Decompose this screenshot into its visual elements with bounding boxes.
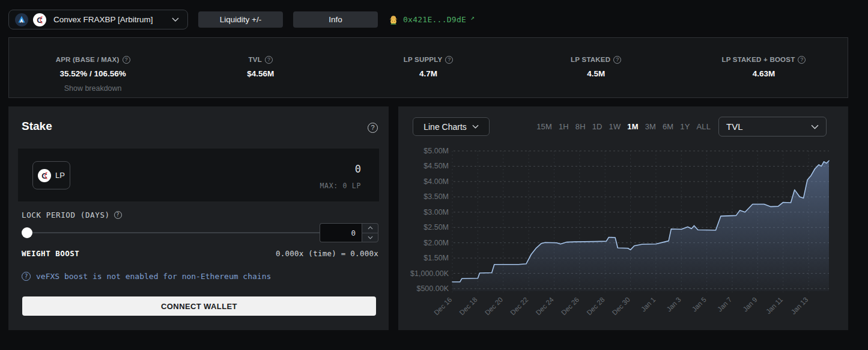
range-button-all[interactable]: ALL (696, 122, 711, 131)
range-button-1w[interactable]: 1W (609, 122, 621, 131)
weight-boost-label: WEIGHT BOOST (22, 249, 79, 258)
range-button-8h[interactable]: 8H (575, 122, 586, 131)
stat-tvl: TVL? $4.56M (177, 38, 344, 97)
help-icon[interactable]: ? (123, 56, 130, 64)
lock-period-slider-track[interactable] (22, 232, 320, 233)
svg-text:Jan 9: Jan 9 (741, 296, 758, 313)
lock-period-stepper (362, 223, 378, 242)
svg-text:$2.00M: $2.00M (423, 239, 449, 247)
weight-boost-row: WEIGHT BOOST 0.000x (time) = 0.000x (22, 249, 378, 258)
svg-text:Dec 26: Dec 26 (560, 296, 580, 316)
farmer-avatar-icon (388, 14, 399, 25)
metric-label: TVL (726, 121, 743, 132)
svg-text:Jan 7: Jan 7 (716, 296, 733, 313)
chevron-down-icon (811, 124, 819, 129)
top-bar: C Convex FRAXBP [Arbitrum] Liquidity +/-… (8, 10, 475, 29)
stake-help-icon[interactable]: ? (368, 123, 378, 133)
token-selector-button[interactable]: C LP (32, 161, 70, 189)
chart-type-label: Line Charts (423, 122, 467, 132)
stake-amount-input[interactable] (229, 163, 361, 175)
svg-text:Dec 18: Dec 18 (458, 296, 479, 316)
lock-period-label: LOCK PERIOD (DAYS) ? (22, 210, 122, 220)
svg-text:$2.50M: $2.50M (423, 223, 449, 232)
stat-lp-staked: LP STAKED? 4.5M (512, 38, 680, 97)
svg-text:Jan 5: Jan 5 (691, 296, 708, 313)
show-breakdown-link[interactable]: Show breakdown (9, 84, 177, 93)
stat-lp-supply-label: LP SUPPLY (404, 56, 443, 63)
chevron-down-icon (472, 124, 479, 129)
range-button-15m[interactable]: 15M (536, 122, 552, 131)
help-icon[interactable]: ? (613, 56, 621, 64)
info-button[interactable]: Info (293, 11, 378, 28)
range-button-1d[interactable]: 1D (592, 122, 602, 131)
svg-text:$1.50M: $1.50M (423, 254, 449, 262)
stat-lp-supply: LP SUPPLY? 4.7M (344, 38, 512, 97)
connect-wallet-button[interactable]: CONNECT WALLET (22, 296, 376, 316)
stat-tvl-label: TVL (249, 56, 262, 63)
tvl-line-chart[interactable]: Dec 16Dec 18Dec 20Dec 22Dec 24Dec 26Dec … (398, 143, 848, 330)
arbitrum-icon (15, 13, 28, 26)
svg-text:$4.50M: $4.50M (423, 162, 449, 170)
pool-selector-dropdown[interactable]: C Convex FRAXBP [Arbitrum] (8, 10, 188, 29)
stake-panel-title: Stake (22, 120, 52, 133)
chevron-down-icon (172, 17, 179, 22)
range-button-1y[interactable]: 1Y (680, 122, 690, 131)
svg-text:$3.50M: $3.50M (423, 192, 449, 201)
chevron-up-icon (368, 226, 373, 230)
stat-lp-staked-boost: LP STAKED + BOOST? 4.63M (680, 38, 848, 97)
range-button-1m[interactable]: 1M (627, 122, 638, 131)
svg-text:Dec 20: Dec 20 (484, 296, 504, 316)
convex-lp-icon: C (38, 169, 51, 182)
token-symbol: LP (55, 171, 65, 180)
wallet-address: 0x421E...D9dE (403, 15, 466, 24)
stat-lp-staked-label: LP STAKED (571, 56, 610, 63)
convex-icon: C (33, 13, 46, 26)
chart-panel: Line Charts 15M1H8H1D1W1M3M6M1YALL TVL D… (398, 106, 848, 330)
liquidity-button[interactable]: Liquidity +/- (198, 11, 283, 28)
svg-text:Jan 3: Jan 3 (665, 296, 682, 313)
stat-apr-value: 35.52% / 106.56% (9, 69, 177, 78)
range-button-3m[interactable]: 3M (645, 122, 656, 131)
range-buttons: 15M1H8H1D1W1M3M6M1YALL (536, 117, 711, 137)
metric-dropdown[interactable]: TVL (718, 117, 827, 137)
stepper-up-button[interactable] (362, 223, 378, 233)
chart-type-dropdown[interactable]: Line Charts (413, 117, 490, 136)
lock-period-slider-thumb[interactable] (22, 227, 32, 238)
lock-period-text: LOCK PERIOD (DAYS) (22, 210, 110, 220)
svg-text:Jan 1: Jan 1 (640, 296, 657, 313)
lock-period-help-icon[interactable]: ? (114, 211, 122, 219)
chevron-down-icon (368, 236, 373, 239)
weight-boost-value: 0.000x (time) = 0.000x (276, 249, 378, 258)
stake-panel: Stake ? C LP MAX: 0 LP LOCK PERIOD (DAYS… (8, 106, 389, 330)
svg-text:$3.00M: $3.00M (423, 208, 449, 216)
svg-text:Dec 22: Dec 22 (509, 296, 529, 316)
svg-text:Jan 13: Jan 13 (790, 296, 810, 316)
svg-text:$500.00K: $500.00K (416, 284, 449, 293)
stat-apr-label: APR (BASE / MAX) (56, 56, 120, 63)
max-balance-label[interactable]: MAX: 0 LP (320, 182, 361, 190)
lock-period-input[interactable] (320, 223, 362, 242)
help-icon[interactable]: ? (265, 56, 273, 64)
stat-apr: APR (BASE / MAX)? 35.52% / 106.56% Show … (9, 38, 177, 97)
help-icon[interactable]: ? (445, 56, 453, 64)
svg-text:Dec 16: Dec 16 (432, 296, 453, 316)
svg-text:Dec 28: Dec 28 (585, 296, 605, 316)
stepper-down-button[interactable] (362, 233, 378, 243)
stat-tvl-value: $4.56M (177, 69, 344, 78)
stat-lp-supply-value: 4.7M (344, 69, 512, 78)
svg-text:$1,000.00K: $1,000.00K (410, 269, 449, 278)
stats-bar: APR (BASE / MAX)? 35.52% / 106.56% Show … (8, 37, 848, 98)
stat-lp-staked-boost-value: 4.63M (680, 69, 848, 78)
wallet-address-button[interactable]: 0x421E...D9dE ↗ (388, 14, 475, 25)
vefxs-boost-note: ? veFXS boost is not enabled for non-Eth… (22, 272, 271, 281)
stake-amount-box: C LP MAX: 0 LP (18, 149, 379, 201)
help-icon[interactable]: ? (798, 56, 806, 64)
info-circle-icon: ? (22, 272, 31, 281)
svg-text:Dec 30: Dec 30 (611, 296, 631, 316)
range-button-1h[interactable]: 1H (559, 122, 569, 131)
range-button-6m[interactable]: 6M (663, 122, 673, 131)
svg-text:Jan 11: Jan 11 (765, 296, 784, 315)
vefxs-boost-note-text: veFXS boost is not enabled for non-Ether… (36, 272, 271, 281)
lock-period-input-group (320, 223, 378, 242)
stat-lp-staked-value: 4.5M (512, 69, 680, 78)
